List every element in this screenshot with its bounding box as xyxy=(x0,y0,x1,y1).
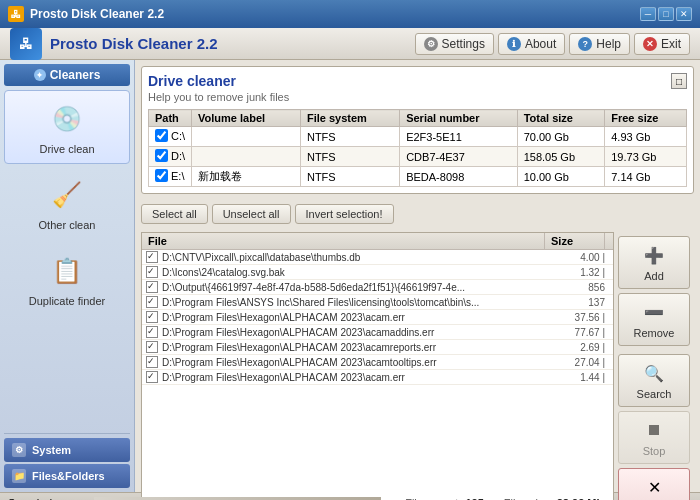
drive-row[interactable]: D:\ NTFS CDB7-4E37 158.05 Gb 19.73 Gb xyxy=(149,147,687,167)
file-row[interactable]: D:\Icons\24\catalog.svg.bak 1.32 | xyxy=(142,265,613,280)
sidebar-item-duplicate-finder[interactable]: 📋 Duplicate finder xyxy=(4,242,130,316)
add-button[interactable]: ➕ Add xyxy=(618,236,690,289)
col-total: Total size xyxy=(517,110,605,127)
file-row[interactable]: D:\Program Files\Hexagon\ALPHACAM 2023\a… xyxy=(142,310,613,325)
file-checkbox[interactable] xyxy=(146,371,158,383)
sidebar-header: ✦ Cleaners xyxy=(4,64,130,86)
file-checkbox[interactable] xyxy=(146,326,158,338)
drive-cleaner-panel: Drive cleaner Help you to remove junk fi… xyxy=(141,66,694,194)
file-size: 2.69 | xyxy=(549,342,609,353)
unselect-all-button[interactable]: Unselect all xyxy=(212,204,291,224)
files-folders-icon: 📁 xyxy=(12,469,26,483)
file-row[interactable]: D:\Program Files\ANSYS Inc\Shared Files\… xyxy=(142,295,613,310)
sidebar-header-label: Cleaners xyxy=(50,68,101,82)
sidebar-item-other-clean[interactable]: 🧹 Other clean xyxy=(4,166,130,240)
close-button[interactable]: ✕ xyxy=(676,7,692,21)
menu-bar: 🖧 Prosto Disk Cleaner 2.2 ⚙ Settings ℹ A… xyxy=(0,28,700,60)
system-icon: ⚙ xyxy=(12,443,26,457)
stop-icon: ⏹ xyxy=(642,418,666,442)
select-all-button[interactable]: Select all xyxy=(141,204,208,224)
file-checkbox[interactable] xyxy=(146,281,158,293)
col-free: Free size xyxy=(605,110,687,127)
sidebar-item-drive-clean[interactable]: 💿 Drive clean xyxy=(4,90,130,164)
add-icon: ➕ xyxy=(642,243,666,267)
file-row[interactable]: D:\CNTV\Pixcall\.pixcall\database\thumbs… xyxy=(142,250,613,265)
delete-button[interactable]: ✕ Delete xyxy=(618,468,690,500)
file-size: 77.67 | xyxy=(549,327,609,338)
help-icon: ? xyxy=(578,37,592,51)
file-checkbox[interactable] xyxy=(146,341,158,353)
other-clean-label: Other clean xyxy=(39,219,96,231)
minimize-button[interactable]: ─ xyxy=(640,7,656,21)
about-button[interactable]: ℹ About xyxy=(498,33,565,55)
file-row[interactable]: D:\Program Files\Hexagon\ALPHACAM 2023\a… xyxy=(142,340,613,355)
remove-icon: ➖ xyxy=(642,300,666,324)
add-label: Add xyxy=(644,270,664,282)
file-size: 856 xyxy=(549,282,609,293)
drive-row[interactable]: E:\ 新加载卷 NTFS BEDA-8098 10.00 Gb 7.14 Gb xyxy=(149,167,687,187)
panel-subtitle: Help you to remove junk files xyxy=(148,91,289,103)
drive-row[interactable]: C:\ NTFS E2F3-5E11 70.00 Gb 4.93 Gb xyxy=(149,127,687,147)
drive-checkbox[interactable] xyxy=(155,129,168,142)
search-button[interactable]: 🔍 Search xyxy=(618,354,690,407)
app-logo-icon: 🖧 xyxy=(10,28,42,60)
col-volume: Volume label xyxy=(192,110,301,127)
other-clean-icon: 🧹 xyxy=(47,175,87,215)
drive-checkbox[interactable] xyxy=(155,149,168,162)
col-size: Size xyxy=(545,233,605,249)
files-folders-label: Files&Folders xyxy=(32,470,105,482)
col-fs: File system xyxy=(300,110,399,127)
file-row[interactable]: D:\Output\{46619f97-4e8f-47da-b588-5d6ed… xyxy=(142,280,613,295)
delete-icon: ✕ xyxy=(642,475,666,499)
content-area: Drive cleaner Help you to remove junk fi… xyxy=(135,60,700,492)
about-icon: ℹ xyxy=(507,37,521,51)
files-table-header: File Size xyxy=(142,233,613,250)
file-path: D:\CNTV\Pixcall\.pixcall\database\thumbs… xyxy=(162,252,549,263)
file-row[interactable]: D:\Program Files\Hexagon\ALPHACAM 2023\a… xyxy=(142,325,613,340)
file-checkbox[interactable] xyxy=(146,311,158,323)
file-size: 4.00 | xyxy=(549,252,609,263)
panel-expand-button[interactable]: □ xyxy=(671,73,687,89)
action-row: Select all Unselect all Invert selection… xyxy=(141,204,694,224)
file-path: D:\Program Files\Hexagon\ALPHACAM 2023\a… xyxy=(162,357,549,368)
files-size-label: Files size: xyxy=(504,497,553,501)
title-bar-text: Prosto Disk Cleaner 2.2 xyxy=(30,7,164,21)
stop-label: Stop xyxy=(643,445,666,457)
panel-title: Drive cleaner xyxy=(148,73,289,89)
duplicate-finder-label: Duplicate finder xyxy=(29,295,105,307)
files-action-area: File Size D:\CNTV\Pixcall\.pixcall\datab… xyxy=(141,232,694,500)
search-label: Search xyxy=(637,388,672,400)
sidebar-item-files-folders[interactable]: 📁 Files&Folders xyxy=(4,464,130,488)
cleaners-icon: ✦ xyxy=(34,69,46,81)
files-count-segment: Files count: 125 xyxy=(405,497,484,501)
files-count-value: 125 xyxy=(465,497,483,501)
duplicate-finder-icon: 📋 xyxy=(47,251,87,291)
file-checkbox[interactable] xyxy=(146,251,158,263)
file-checkbox[interactable] xyxy=(146,266,158,278)
remove-label: Remove xyxy=(634,327,675,339)
status-info: Files count: 125 Files size: 38.92 Mb xyxy=(405,497,692,501)
system-label: System xyxy=(32,444,71,456)
file-row[interactable]: D:\Program Files\Hexagon\ALPHACAM 2023\a… xyxy=(142,370,613,385)
exit-button[interactable]: ✕ Exit xyxy=(634,33,690,55)
sidebar-item-system[interactable]: ⚙ System xyxy=(4,438,130,462)
file-checkbox[interactable] xyxy=(146,356,158,368)
file-path: D:\Icons\24\catalog.svg.bak xyxy=(162,267,549,278)
maximize-button[interactable]: □ xyxy=(658,7,674,21)
drive-checkbox[interactable] xyxy=(155,169,168,182)
file-checkbox[interactable] xyxy=(146,296,158,308)
stop-button[interactable]: ⏹ Stop xyxy=(618,411,690,464)
file-path: D:\Program Files\Hexagon\ALPHACAM 2023\a… xyxy=(162,327,549,338)
help-button[interactable]: ? Help xyxy=(569,33,630,55)
file-size: 27.04 | xyxy=(549,357,609,368)
drive-clean-label: Drive clean xyxy=(39,143,94,155)
settings-button[interactable]: ⚙ Settings xyxy=(415,33,494,55)
files-container: File Size D:\CNTV\Pixcall\.pixcall\datab… xyxy=(141,232,614,500)
remove-button[interactable]: ➖ Remove xyxy=(618,293,690,346)
drives-table: Path Volume label File system Serial num… xyxy=(148,109,687,187)
file-path: D:\Program Files\Hexagon\ALPHACAM 2023\a… xyxy=(162,342,549,353)
title-bar: 🖧 Prosto Disk Cleaner 2.2 ─ □ ✕ xyxy=(0,0,700,28)
file-row[interactable]: D:\Program Files\Hexagon\ALPHACAM 2023\a… xyxy=(142,355,613,370)
app-title: Prosto Disk Cleaner 2.2 xyxy=(50,35,218,52)
invert-selection-button[interactable]: Invert selection! xyxy=(295,204,394,224)
